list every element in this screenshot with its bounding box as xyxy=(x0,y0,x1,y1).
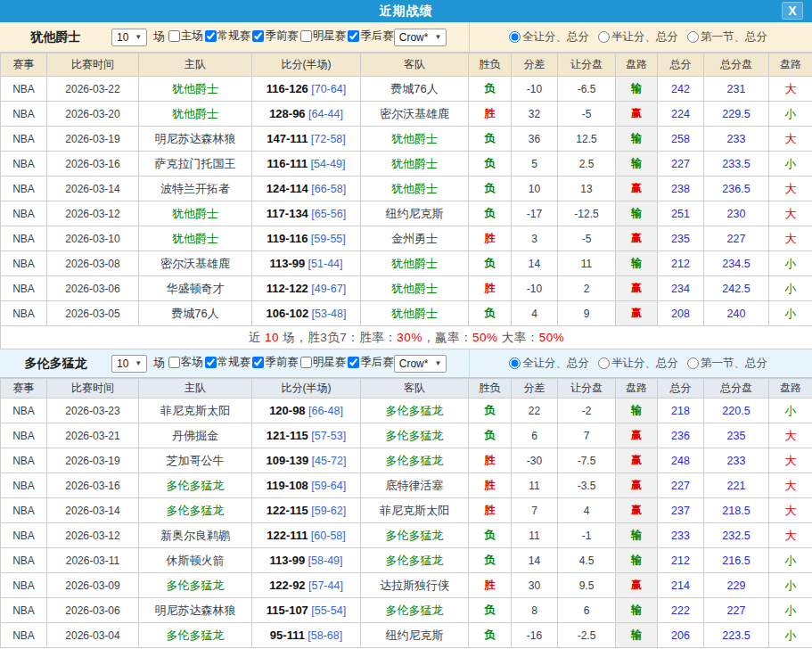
halftime-score: [58-68] xyxy=(308,629,342,642)
handicap-result-cell: 赢 xyxy=(616,498,658,523)
win-loss-cell: 负 xyxy=(469,398,512,423)
radio-label: 全让分、总分 xyxy=(522,29,589,45)
handicap-result-cell: 赢 xyxy=(616,301,658,326)
home-team-cell: 明尼苏达森林狼 xyxy=(139,598,252,623)
total-points-cell: 212 xyxy=(658,548,704,573)
radio-半让分、总分[interactable] xyxy=(598,357,610,369)
column-header: 比分(半场) xyxy=(252,379,361,398)
total-line-cell: 233 xyxy=(704,127,769,152)
win-loss-cell: 负 xyxy=(469,548,512,573)
point-diff-cell: -10 xyxy=(512,77,558,102)
score-cell: 112-122 [49-67] xyxy=(252,276,361,301)
league-select[interactable]: Crow* ▼ xyxy=(394,29,447,46)
column-header: 总分盘 xyxy=(704,53,769,77)
halftime-score: [65-56] xyxy=(311,208,346,220)
mode-radio-group: 全让分、总分半让分、总分第一节、总分 xyxy=(507,356,775,371)
checkbox-季前赛[interactable] xyxy=(252,30,264,42)
away-team-cell: 菲尼克斯太阳 xyxy=(361,498,469,523)
league-select[interactable]: Crow* ▼ xyxy=(394,355,447,373)
table-row: NBA2026-03-20犹他爵士128-96 [64-44]密尔沃基雄鹿胜32… xyxy=(1,102,812,127)
win-loss-cell: 胜 xyxy=(469,473,512,498)
chevron-down-icon: ▼ xyxy=(135,33,142,41)
total-line-cell: 236.5 xyxy=(704,177,769,201)
handicap-result-cell: 赢 xyxy=(616,276,658,301)
score-cell: 124-114 [66-58] xyxy=(252,177,361,201)
date-cell: 2026-03-19 xyxy=(47,448,139,473)
checkbox-常规赛[interactable] xyxy=(205,30,217,42)
filter-checkbox-主场: 主场 xyxy=(167,29,203,44)
table-row: NBA2026-03-10犹他爵士119-116 [59-55]金州勇士胜3-5… xyxy=(1,226,812,251)
filter-checkbox-常规赛: 常规赛 xyxy=(203,355,251,370)
handicap-line-cell: 2.5 xyxy=(558,152,616,177)
mode-radio-半让分、总分: 半让分、总分 xyxy=(596,356,678,371)
league-cell: NBA xyxy=(1,152,47,177)
radio-半让分、总分[interactable] xyxy=(598,31,610,43)
point-diff-cell: -16 xyxy=(512,623,558,648)
handicap-line-cell: 12.5 xyxy=(558,127,616,152)
checkbox-季前赛[interactable] xyxy=(252,357,264,368)
handicap-line-cell: 9.5 xyxy=(558,573,616,598)
summary-segment: 近 xyxy=(249,331,265,344)
total-line-cell: 220.5 xyxy=(704,398,769,423)
handicap-line-cell: 4 xyxy=(558,498,616,523)
table-row: NBA2026-03-04多伦多猛龙95-111 [58-68]纽约尼克斯负-1… xyxy=(1,623,812,648)
date-cell: 2026-03-23 xyxy=(47,398,139,423)
radio-label: 第一节、总分 xyxy=(701,29,767,45)
league-cell: NBA xyxy=(1,573,47,598)
filter-checkbox-group: 客场常规赛季前赛明星赛季后赛 xyxy=(167,355,394,372)
close-button[interactable]: X xyxy=(782,2,803,20)
league-cell: NBA xyxy=(1,226,47,251)
halftime-score: [55-54] xyxy=(311,604,346,617)
checkbox-明星赛[interactable] xyxy=(300,357,312,368)
checkbox-常规赛[interactable] xyxy=(205,357,217,368)
mode-radio-全让分、总分: 全让分、总分 xyxy=(507,29,589,45)
filter-checkbox-明星赛: 明星赛 xyxy=(299,29,347,44)
games-count-select[interactable]: 10 ▼ xyxy=(111,29,147,46)
fulltime-score: 112-122 xyxy=(267,282,308,295)
handicap-result-cell: 赢 xyxy=(616,423,658,448)
total-line-cell: 233.5 xyxy=(704,152,769,177)
checkbox-季后赛[interactable] xyxy=(348,30,359,42)
column-header: 比赛时间 xyxy=(47,379,139,398)
summary-segment: 50% xyxy=(539,331,565,344)
mode-radio-半让分、总分: 半让分、总分 xyxy=(596,29,678,45)
halftime-score: [49-67] xyxy=(311,283,346,295)
chevron-down-icon: ▼ xyxy=(434,33,441,41)
date-cell: 2026-03-05 xyxy=(47,301,139,326)
handicap-line-cell: 11 xyxy=(558,251,616,276)
over-under-cell: 小 xyxy=(769,398,812,423)
home-team-cell: 犹他爵士 xyxy=(139,102,252,127)
games-count-select[interactable]: 10 ▼ xyxy=(111,355,147,373)
point-diff-cell: 8 xyxy=(512,598,558,623)
total-line-cell: 232.5 xyxy=(704,523,769,548)
filter-checkbox-季后赛: 季后赛 xyxy=(346,29,394,44)
score-cell: 116-126 [70-64] xyxy=(252,77,361,102)
games-suffix-label: 场 xyxy=(153,29,165,45)
column-header: 盘路 xyxy=(616,379,658,398)
radio-第一节、总分[interactable] xyxy=(687,357,699,369)
handicap-result-cell: 输 xyxy=(616,398,658,423)
score-cell: 113-99 [51-44] xyxy=(252,251,361,276)
checkbox-客场[interactable] xyxy=(168,357,180,368)
date-cell: 2026-03-21 xyxy=(47,423,139,448)
checkbox-label: 常规赛 xyxy=(217,29,251,44)
radio-第一节、总分[interactable] xyxy=(687,31,699,43)
point-diff-cell: 7 xyxy=(512,498,558,523)
win-loss-cell: 胜 xyxy=(469,498,512,523)
radio-全让分、总分[interactable] xyxy=(509,357,521,369)
summary-segment: 大率： xyxy=(497,331,538,344)
checkbox-季后赛[interactable] xyxy=(348,357,359,368)
filter-checkbox-季前赛: 季前赛 xyxy=(250,355,299,370)
halftime-score: [66-58] xyxy=(311,183,346,195)
checkbox-主场[interactable] xyxy=(168,30,180,42)
away-team-cell: 费城76人 xyxy=(361,77,469,102)
over-under-cell: 小 xyxy=(769,102,812,127)
halftime-score: [45-72] xyxy=(312,455,347,467)
point-diff-cell: 4 xyxy=(512,301,558,326)
radio-全让分、总分[interactable] xyxy=(509,31,521,43)
fulltime-score: 106-102 xyxy=(267,307,309,320)
checkbox-明星赛[interactable] xyxy=(300,30,312,42)
filter-checkbox-常规赛: 常规赛 xyxy=(203,29,251,44)
checkbox-label: 季后赛 xyxy=(360,355,394,370)
win-loss-cell: 负 xyxy=(469,423,512,448)
